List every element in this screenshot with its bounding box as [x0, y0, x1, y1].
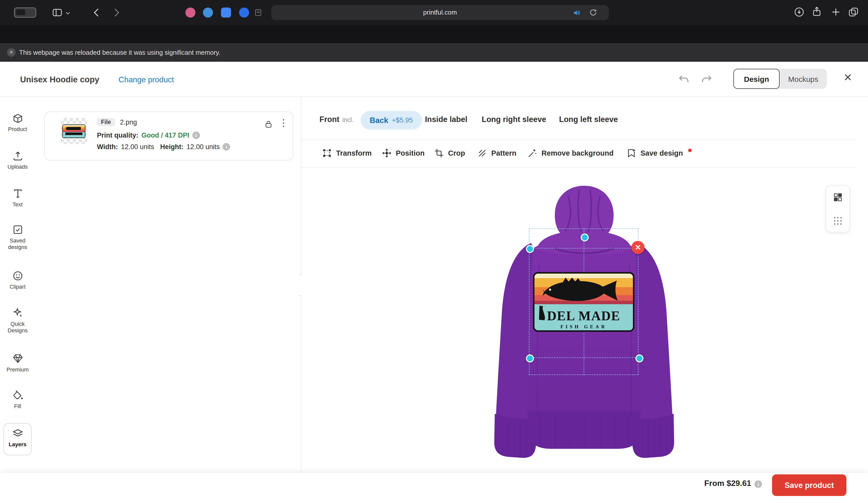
- sidebar-item-layers[interactable]: Layers: [0, 428, 35, 448]
- sidebar-item-fill[interactable]: Fill: [0, 389, 35, 410]
- dimensions-info-icon[interactable]: i: [223, 143, 230, 150]
- undo-icon[interactable]: [678, 73, 690, 85]
- price-info-icon[interactable]: i: [754, 480, 762, 488]
- transform-icon: [322, 148, 332, 158]
- back-price: +$5.95: [392, 116, 413, 124]
- design-subtitle-text: FISH GEAR: [535, 324, 633, 329]
- sidebar-item-product[interactable]: Product: [0, 113, 35, 133]
- quality-info-icon[interactable]: i: [193, 132, 200, 139]
- selection-bottom-edge: [529, 357, 639, 358]
- front-included-suffix: incl.: [342, 116, 353, 124]
- extension-icon-1[interactable]: [185, 8, 195, 18]
- address-bar[interactable]: printful.com: [271, 5, 609, 20]
- window-controls-pill[interactable]: [14, 8, 36, 18]
- magic-wand-icon: [527, 148, 537, 158]
- handle-bottom-right[interactable]: [636, 354, 643, 363]
- upload-icon: [0, 150, 35, 162]
- handle-rotate[interactable]: [581, 233, 589, 241]
- quick-designs-sparkle-icon: [0, 307, 35, 319]
- redo-icon[interactable]: [700, 73, 712, 85]
- handle-top-left[interactable]: [526, 245, 534, 253]
- transform-button[interactable]: Transform: [322, 148, 372, 158]
- selection-top-edge: [529, 248, 639, 249]
- placement-inside-label[interactable]: Inside label: [425, 115, 467, 124]
- position-button[interactable]: Position: [382, 148, 424, 158]
- share-icon[interactable]: [811, 6, 822, 17]
- tab-strip: G U My Account – Paradise Grill Online G…: [0, 25, 868, 43]
- price-from: From $29.61: [704, 479, 751, 488]
- product-box-icon: [0, 113, 35, 124]
- tab-mockups[interactable]: Mockups: [779, 69, 827, 89]
- sidebar-item-text[interactable]: Text: [0, 188, 35, 208]
- clipart-smiley-icon: [0, 270, 35, 282]
- tab-design[interactable]: Design: [733, 69, 779, 89]
- pattern-button[interactable]: Pattern: [477, 148, 516, 158]
- file-thumbnail-artwork: [62, 124, 85, 138]
- design-artwork[interactable]: DEL MADE FISH GEAR: [533, 272, 634, 332]
- product-title: Unisex Hoodie copy: [20, 75, 99, 84]
- new-tab-icon[interactable]: [830, 7, 841, 18]
- mini-fish-shape: [66, 127, 81, 130]
- lock-icon[interactable]: [264, 119, 273, 129]
- file-name: 2.png: [120, 118, 137, 126]
- audio-speaker-icon[interactable]: [572, 9, 581, 17]
- window-controls-inner: [16, 10, 25, 15]
- design-mockups-toggle: Design Mockups: [733, 69, 827, 89]
- pattern-icon: [477, 148, 487, 158]
- placement-long-left-sleeve[interactable]: Long left sleeve: [559, 115, 618, 124]
- notification-close-icon[interactable]: ×: [7, 48, 16, 57]
- layer-file-card[interactable]: File 2.png Print quality: Good / 417 DPI…: [44, 112, 293, 161]
- layer-menu-icon[interactable]: ⋮: [279, 118, 288, 128]
- save-design-icon: [627, 148, 637, 158]
- file-type-badge: File: [97, 118, 115, 126]
- saved-designs-icon: [0, 224, 35, 235]
- crop-button[interactable]: Crop: [434, 148, 465, 158]
- notification-text: This webpage was reloaded because it was…: [19, 49, 220, 56]
- browser-toolbar: printful.com: [0, 0, 868, 25]
- extension-icon-3[interactable]: [221, 8, 231, 18]
- design-title-text: DEL MADE: [535, 309, 633, 324]
- premium-gem-icon: [0, 353, 35, 365]
- chevron-down-icon[interactable]: [65, 10, 71, 16]
- crop-icon: [434, 148, 444, 158]
- remove-background-button[interactable]: Remove background: [527, 148, 613, 158]
- divider: [301, 139, 857, 140]
- extension-icon-2[interactable]: [203, 8, 213, 18]
- fish-silhouette: [541, 276, 627, 305]
- dot-grid-button[interactable]: [826, 209, 849, 232]
- downloads-icon[interactable]: [794, 7, 805, 18]
- screen: printful.com G U My Account – Paradise G…: [0, 0, 868, 503]
- sidebar-item-quick-designs[interactable]: Quick Designs: [0, 307, 35, 334]
- template-grid-button[interactable]: [826, 186, 849, 209]
- extension-icon-4[interactable]: [239, 8, 249, 18]
- fill-bucket-icon: [0, 389, 35, 401]
- change-product-link[interactable]: Change product: [118, 75, 174, 84]
- layers-icon: [0, 428, 35, 439]
- sidebar-item-uploads[interactable]: Uploads: [0, 150, 35, 170]
- save-design-button[interactable]: Save design: [627, 148, 691, 158]
- memory-notification-bar: × This webpage was reloaded because it w…: [0, 43, 868, 62]
- sidebar-toggle-icon[interactable]: [52, 7, 63, 18]
- handle-bottom-left[interactable]: [526, 354, 534, 363]
- editor-footer: [0, 473, 868, 503]
- sidebar-item-premium[interactable]: Premium: [0, 353, 35, 373]
- file-thumbnail[interactable]: [61, 118, 87, 144]
- mini-text-shape: [65, 132, 82, 135]
- back-button[interactable]: [91, 7, 103, 18]
- close-editor-icon[interactable]: ×: [844, 71, 852, 84]
- placement-long-right-sleeve[interactable]: Long right sleeve: [482, 115, 546, 124]
- sidebar-item-saved-designs[interactable]: Saved designs: [0, 224, 35, 251]
- save-product-button[interactable]: Save product: [772, 474, 846, 496]
- placement-back-active[interactable]: Back +$5.95: [361, 111, 422, 129]
- placement-front[interactable]: Frontincl.: [320, 115, 354, 124]
- forward-button[interactable]: [111, 7, 122, 18]
- unsaved-indicator-dot: [688, 148, 691, 152]
- url-text: printful.com: [271, 9, 609, 16]
- page-settings-icon[interactable]: [254, 9, 262, 17]
- text-icon: [0, 188, 35, 199]
- sidebar-item-clipart[interactable]: Clipart: [0, 270, 35, 290]
- delete-layer-button[interactable]: ✕: [631, 241, 644, 254]
- tab-overview-icon[interactable]: [848, 7, 859, 18]
- dimensions-row: Width: 12.00 units Height: 12.00 units i: [97, 143, 230, 150]
- reload-icon[interactable]: [589, 8, 597, 17]
